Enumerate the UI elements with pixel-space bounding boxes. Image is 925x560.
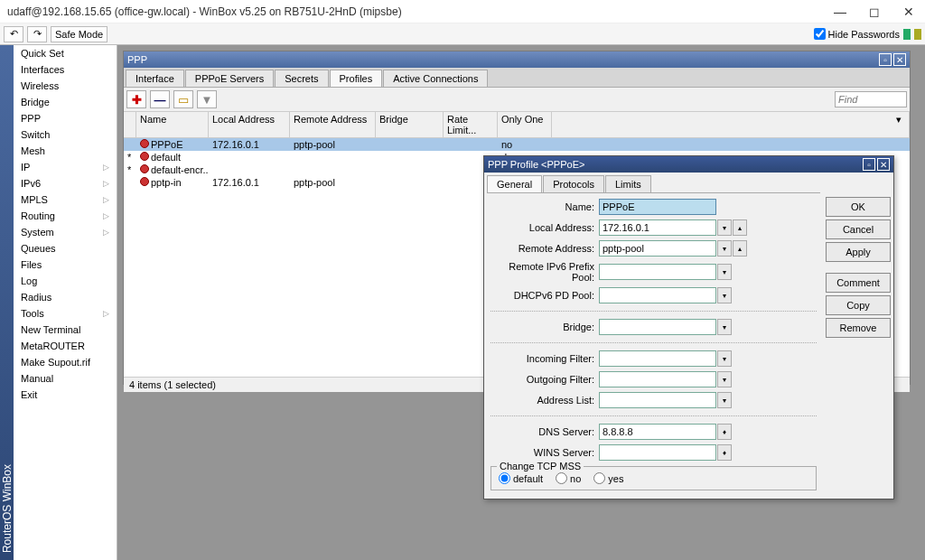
sidebar-item-mpls[interactable]: MPLS▷ <box>14 191 117 208</box>
bridge-label: Bridge: <box>491 322 599 332</box>
ipv6-pool-input[interactable] <box>599 264 716 280</box>
close-button[interactable]: ✕ <box>900 5 918 19</box>
bridge-dropdown[interactable]: ▾ <box>717 319 732 335</box>
ppp-window-title: PPP <box>127 54 877 65</box>
wins-server-input[interactable] <box>599 444 716 461</box>
col-only[interactable]: Only One <box>498 112 552 137</box>
minimize-button[interactable]: — <box>831 5 849 19</box>
add-button[interactable]: ✚ <box>126 90 146 108</box>
dialog-titlebar[interactable]: PPP Profile <PPPoE> ▫ ✕ <box>484 156 893 173</box>
mss-no-radio[interactable]: no <box>556 472 581 484</box>
address-list-dropdown[interactable]: ▾ <box>717 392 732 408</box>
ppp-minimize-button[interactable]: ▫ <box>879 53 892 66</box>
hide-passwords-checkbox[interactable]: Hide Passwords <box>814 28 900 40</box>
sidebar-item-make-supout-rif[interactable]: Make Supout.rif <box>14 354 117 370</box>
redo-button[interactable]: ↷ <box>27 26 47 42</box>
top-toolbar: ↶ ↷ Safe Mode Hide Passwords <box>0 23 925 45</box>
dialog-tab-protocols[interactable]: Protocols <box>543 175 604 192</box>
dialog-tab-general[interactable]: General <box>487 175 542 192</box>
sidebar-item-quick-set[interactable]: Quick Set <box>14 45 117 61</box>
remote-address-dropdown[interactable]: ▾ <box>717 240 732 257</box>
ok-button[interactable]: OK <box>826 197 891 217</box>
ipv6-pool-label: Remote IPv6 Prefix Pool: <box>491 261 599 283</box>
col-name[interactable]: Name <box>136 112 209 137</box>
sidebar-item-files[interactable]: Files <box>14 257 117 273</box>
ppp-window-titlebar[interactable]: PPP ▫ ✕ <box>124 51 910 68</box>
sidebar-item-manual[interactable]: Manual <box>14 370 117 387</box>
local-address-input[interactable] <box>599 219 716 236</box>
folder-button[interactable]: ▭ <box>173 90 193 108</box>
sidebar-item-ipv6[interactable]: IPv6▷ <box>14 175 117 191</box>
dialog-tab-limits[interactable]: Limits <box>605 175 651 192</box>
tab-active-connections[interactable]: Active Connections <box>383 70 488 87</box>
incoming-filter-input[interactable] <box>599 350 716 367</box>
dhcpv6-pool-dropdown[interactable]: ▾ <box>717 287 732 303</box>
sidebar-item-exit[interactable]: Exit <box>14 387 117 403</box>
dns-server-input[interactable] <box>599 424 716 440</box>
wins-server-spinner[interactable]: ♦ <box>717 444 732 461</box>
sidebar-item-system[interactable]: System▷ <box>14 224 117 240</box>
copy-button[interactable]: Copy <box>826 295 891 315</box>
brand-label: RouterOS WinBox <box>1 457 14 560</box>
sidebar-item-new-terminal[interactable]: New Terminal <box>14 322 117 338</box>
sidebar-item-wireless[interactable]: Wireless <box>14 78 117 94</box>
dialog-restore-button[interactable]: ▫ <box>863 158 875 171</box>
apply-button[interactable]: Apply <box>826 242 891 262</box>
col-rate[interactable]: Rate Limit... <box>444 112 498 137</box>
sidebar-item-ip[interactable]: IP▷ <box>14 159 117 175</box>
col-bridge[interactable]: Bridge <box>376 112 444 137</box>
bridge-input[interactable] <box>599 319 716 335</box>
sidebar-item-tools[interactable]: Tools▷ <box>14 305 117 322</box>
ppp-profile-dialog: PPP Profile <PPPoE> ▫ ✕ GeneralProtocols… <box>483 155 894 499</box>
sidebar-item-queues[interactable]: Queues <box>14 240 117 257</box>
remove-button[interactable]: Remove <box>826 318 891 338</box>
address-list-label: Address List: <box>491 395 599 406</box>
local-address-up[interactable]: ▴ <box>733 219 747 236</box>
sidebar-item-bridge[interactable]: Bridge <box>14 94 117 110</box>
table-row[interactable]: PPPoE172.16.0.1pptp-poolno <box>124 138 910 151</box>
hide-passwords-input[interactable] <box>814 28 826 40</box>
ipv6-pool-dropdown[interactable]: ▾ <box>717 264 732 280</box>
tab-interface[interactable]: Interface <box>126 70 184 87</box>
outgoing-filter-label: Outgoing Filter: <box>491 374 599 385</box>
sidebar-item-switch[interactable]: Switch <box>14 126 117 143</box>
sidebar-item-mesh[interactable]: Mesh <box>14 143 117 159</box>
left-rail: RouterOS WinBox <box>0 45 14 560</box>
outgoing-filter-dropdown[interactable]: ▾ <box>717 371 732 387</box>
comment-button[interactable]: Comment <box>826 273 891 293</box>
dialog-content: Name: Local Address: ▾ ▴ Remote Address:… <box>487 193 820 496</box>
sidebar-item-metarouter[interactable]: MetaROUTER <box>14 338 117 354</box>
mss-yes-radio[interactable]: yes <box>593 472 623 484</box>
mss-legend: Change TCP MSS <box>497 461 584 471</box>
col-remote[interactable]: Remote Address <box>290 112 376 137</box>
name-input[interactable] <box>599 199 716 215</box>
tab-pppoe-servers[interactable]: PPPoE Servers <box>185 70 274 87</box>
undo-button[interactable]: ↶ <box>4 26 23 42</box>
local-address-dropdown[interactable]: ▾ <box>717 219 732 236</box>
mss-default-radio[interactable]: default <box>499 472 543 484</box>
outgoing-filter-input[interactable] <box>599 371 716 387</box>
remove-button[interactable]: — <box>150 90 170 108</box>
dns-server-spinner[interactable]: ♦ <box>717 424 732 440</box>
incoming-filter-dropdown[interactable]: ▾ <box>717 350 732 367</box>
remote-address-input[interactable] <box>599 240 716 257</box>
sidebar-item-interfaces[interactable]: Interfaces <box>14 61 117 78</box>
col-local[interactable]: Local Address <box>209 112 290 137</box>
remote-address-up[interactable]: ▴ <box>733 240 747 257</box>
dhcpv6-pool-input[interactable] <box>599 287 716 303</box>
sidebar-item-ppp[interactable]: PPP <box>14 110 117 126</box>
address-list-input[interactable] <box>599 392 716 408</box>
maximize-button[interactable]: ◻ <box>865 5 883 19</box>
dialog-close-button[interactable]: ✕ <box>877 158 890 171</box>
sidebar-item-routing[interactable]: Routing▷ <box>14 208 117 224</box>
safe-mode-button[interactable]: Safe Mode <box>51 26 107 42</box>
tab-secrets[interactable]: Secrets <box>275 70 328 87</box>
dns-server-label: DNS Server: <box>491 426 599 437</box>
ppp-close-button[interactable]: ✕ <box>893 53 906 66</box>
sidebar-item-log[interactable]: Log <box>14 273 117 289</box>
find-input[interactable] <box>835 91 907 107</box>
filter-button[interactable]: ▼ <box>197 90 217 108</box>
cancel-button[interactable]: Cancel <box>826 219 891 239</box>
sidebar-item-radius[interactable]: Radius <box>14 289 117 305</box>
tab-profiles[interactable]: Profiles <box>330 70 383 87</box>
